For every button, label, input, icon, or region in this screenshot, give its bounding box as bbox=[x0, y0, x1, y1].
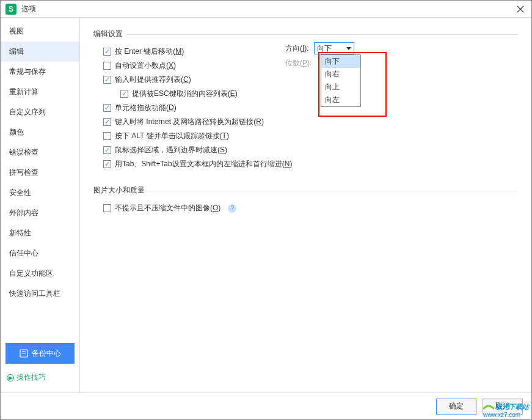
direction-value: 向下 bbox=[317, 43, 332, 54]
direction-dropdown[interactable]: 向下 向右 向上 向左 bbox=[321, 54, 361, 107]
mouse-select-checkbox[interactable] bbox=[103, 146, 111, 154]
alt-click-checkbox[interactable] bbox=[103, 132, 111, 140]
sidebar-item-general-save[interactable]: 常规与保存 bbox=[1, 62, 79, 82]
sidebar-item-color[interactable]: 颜色 bbox=[1, 122, 79, 142]
help-icon[interactable]: ? bbox=[228, 204, 236, 213]
mouse-select-label[interactable]: 鼠标选择区域，遇到边界时减速(S) bbox=[115, 145, 227, 155]
auto-decimal-checkbox[interactable] bbox=[103, 62, 111, 70]
suggest-list-label[interactable]: 输入时提供推荐列表(C) bbox=[115, 75, 191, 85]
close-icon bbox=[517, 6, 524, 13]
tips-label: 操作技巧 bbox=[16, 372, 46, 383]
play-icon: ▶ bbox=[7, 374, 14, 381]
backup-icon bbox=[20, 349, 28, 358]
titlebar: S 选项 bbox=[1, 1, 531, 18]
chevron-down-icon bbox=[346, 47, 351, 50]
enter-move-checkbox[interactable] bbox=[103, 48, 111, 56]
footer: 确定 取消 极光下载站 www.xz7.com bbox=[1, 392, 531, 419]
content-panel: 编辑设置 按 Enter 键后移动(M) 自动设置小数点(X) 输入时提供推荐列… bbox=[80, 18, 531, 392]
tab-indent-checkbox[interactable] bbox=[103, 160, 111, 168]
backup-center-label: 备份中心 bbox=[32, 348, 61, 359]
tips-link[interactable]: ▶ 操作技巧 bbox=[7, 372, 73, 383]
sidebar-item-view[interactable]: 视图 bbox=[1, 21, 79, 42]
sidebar-item-recalculate[interactable]: 重新计算 bbox=[1, 82, 79, 102]
sidebar-item-edit[interactable]: 编辑 bbox=[1, 42, 79, 62]
backup-center-button[interactable]: 备份中心 bbox=[5, 343, 75, 364]
dropdown-option-right[interactable]: 向右 bbox=[321, 68, 360, 81]
close-button[interactable] bbox=[514, 3, 527, 15]
hyperlink-label[interactable]: 键入时将 Internet 及网络路径转换为超链接(R) bbox=[115, 117, 264, 127]
sidebar-item-quick-access[interactable]: 快速访问工具栏 bbox=[1, 284, 79, 304]
tab-indent-label[interactable]: 用Tab、Shift+Tab设置文本框内的左缩进和首行缩进(N) bbox=[115, 159, 292, 169]
window-title: 选项 bbox=[21, 4, 514, 14]
esc-list-checkbox[interactable] bbox=[120, 90, 128, 98]
direction-combobox[interactable]: 向下 bbox=[314, 42, 354, 54]
digits-label: 位数(P): bbox=[285, 58, 312, 68]
sidebar-item-custom-lists[interactable]: 自定义序列 bbox=[1, 102, 79, 122]
sidebar-item-error-check[interactable]: 错误检查 bbox=[1, 142, 79, 163]
suggest-list-checkbox[interactable] bbox=[103, 76, 111, 84]
hyperlink-checkbox[interactable] bbox=[103, 118, 111, 126]
dropdown-option-left[interactable]: 向左 bbox=[321, 94, 360, 106]
app-icon: S bbox=[5, 4, 16, 15]
drag-zoom-checkbox[interactable] bbox=[103, 104, 111, 112]
sidebar-item-external-content[interactable]: 外部内容 bbox=[1, 203, 79, 223]
edit-section-title: 编辑设置 bbox=[93, 29, 518, 39]
alt-click-label[interactable]: 按下 ALT 键并单击以跟踪超链接(T) bbox=[115, 131, 229, 141]
no-compress-checkbox[interactable] bbox=[103, 204, 111, 212]
cancel-button[interactable]: 取消 bbox=[483, 399, 523, 414]
image-section-title: 图片大小和质量 bbox=[93, 185, 518, 196]
no-compress-label[interactable]: 不提示且不压缩文件中的图像(O) bbox=[115, 203, 220, 213]
dropdown-option-down[interactable]: 向下 bbox=[321, 55, 360, 68]
sidebar-item-customize-ribbon[interactable]: 自定义功能区 bbox=[1, 263, 79, 284]
esc-list-label[interactable]: 提供被ESC键取消的内容列表(E) bbox=[132, 89, 238, 99]
enter-move-label[interactable]: 按 Enter 键后移动(M) bbox=[115, 46, 184, 57]
sidebar: 视图 编辑 常规与保存 重新计算 自定义序列 颜色 错误检查 拼写检查 安全性 … bbox=[1, 18, 80, 392]
direction-label: 方向(I): bbox=[285, 43, 309, 54]
sidebar-item-security[interactable]: 安全性 bbox=[1, 183, 79, 203]
ok-button[interactable]: 确定 bbox=[436, 399, 476, 414]
sidebar-item-trust-center[interactable]: 信任中心 bbox=[1, 243, 79, 263]
drag-zoom-label[interactable]: 单元格拖放功能(D) bbox=[115, 103, 177, 113]
dropdown-option-up[interactable]: 向上 bbox=[321, 81, 360, 94]
auto-decimal-label[interactable]: 自动设置小数点(X) bbox=[115, 61, 176, 71]
sidebar-item-spellcheck[interactable]: 拼写检查 bbox=[1, 163, 79, 183]
sidebar-item-new-features[interactable]: 新特性 bbox=[1, 223, 79, 243]
